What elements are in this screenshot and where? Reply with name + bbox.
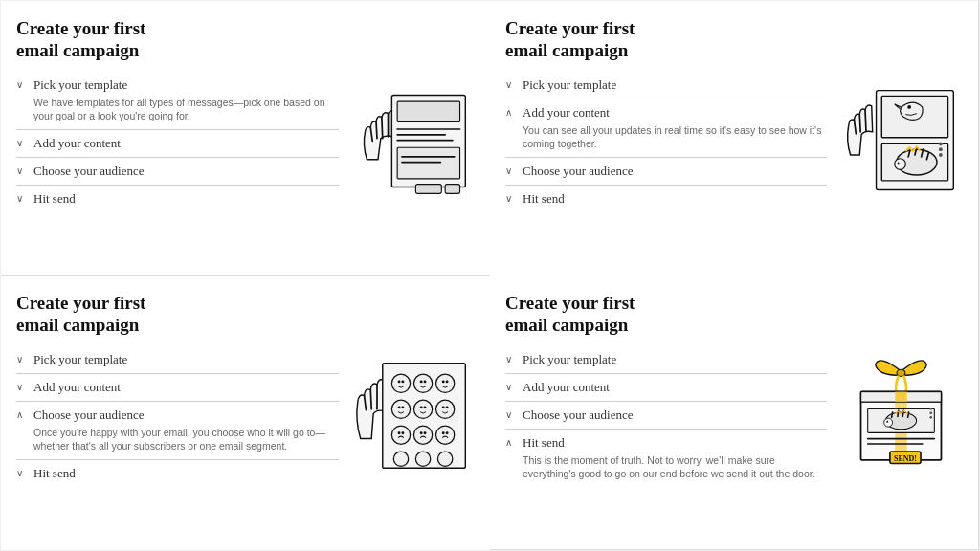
svg-point-40 bbox=[423, 380, 426, 383]
step-desc: This is the moment of truth. Not to worr… bbox=[523, 453, 827, 481]
svg-point-19 bbox=[907, 105, 911, 109]
step-label: Add your content bbox=[33, 380, 121, 395]
panel-1: Create your firstemail campaign ∨ Pick y… bbox=[1, 1, 490, 276]
svg-point-47 bbox=[413, 400, 432, 418]
svg-point-29 bbox=[938, 147, 942, 151]
panel-3-steps: ∨ Pick your template ∨ Add your content … bbox=[16, 346, 339, 487]
step-item: ∨ Add your content bbox=[16, 374, 339, 402]
step-header: ∨ Choose your audience bbox=[16, 164, 339, 179]
svg-text:SEND!: SEND! bbox=[893, 453, 916, 462]
svg-point-37 bbox=[401, 380, 404, 383]
svg-point-80 bbox=[929, 415, 932, 418]
chevron-icon: ∧ bbox=[16, 409, 28, 420]
svg-point-43 bbox=[445, 380, 448, 383]
svg-point-38 bbox=[413, 374, 432, 392]
step-label: Add your content bbox=[523, 105, 610, 121]
step-item: ∧ Choose your audience Once you're happy… bbox=[16, 402, 339, 460]
step-item: ∨ Choose your audience bbox=[505, 402, 827, 430]
step-label: Choose your audience bbox=[33, 408, 145, 423]
step-item: ∨ Hit send bbox=[16, 186, 339, 212]
panel-3: Create your firstemail campaign ∨ Pick y… bbox=[1, 276, 490, 550]
svg-point-58 bbox=[423, 431, 426, 434]
svg-point-35 bbox=[391, 374, 410, 392]
svg-point-78 bbox=[929, 408, 932, 410]
svg-point-41 bbox=[435, 374, 454, 392]
svg-point-55 bbox=[401, 431, 404, 434]
panel-3-illustration bbox=[350, 293, 475, 539]
step-item: ∨ Choose your audience bbox=[16, 158, 339, 186]
svg-point-64 bbox=[437, 452, 452, 466]
svg-line-75 bbox=[907, 411, 908, 416]
panel-4: Create your firstemail campaign ∨ Pick y… bbox=[490, 276, 979, 550]
step-header: ∨ Add your content bbox=[505, 380, 827, 395]
step-header: ∨ Add your content bbox=[16, 380, 339, 395]
step-label: Pick your template bbox=[523, 352, 616, 367]
step-label: Pick your template bbox=[33, 352, 127, 367]
panel-1-title: Create your firstemail campaign bbox=[16, 18, 339, 62]
svg-rect-9 bbox=[397, 147, 459, 179]
svg-point-44 bbox=[391, 400, 410, 418]
step-label: Hit send bbox=[33, 466, 76, 481]
svg-point-60 bbox=[441, 431, 444, 434]
step-label: Hit send bbox=[523, 435, 565, 451]
step-item: ∨ Pick your template We have templates f… bbox=[16, 72, 339, 130]
panel-2-title: Create your firstemail campaign bbox=[505, 18, 827, 62]
step-label: Choose your audience bbox=[523, 164, 634, 179]
panel-1-steps: ∨ Pick your template We have templates f… bbox=[16, 72, 339, 212]
svg-point-63 bbox=[415, 452, 430, 466]
svg-point-50 bbox=[435, 400, 454, 418]
chevron-icon: ∨ bbox=[505, 382, 517, 392]
step-item: ∧ Add your content You can see all your … bbox=[505, 99, 827, 158]
step-item: ∨ Hit send bbox=[505, 186, 827, 212]
svg-point-42 bbox=[441, 380, 444, 383]
svg-point-62 bbox=[393, 452, 408, 466]
svg-line-32 bbox=[370, 390, 371, 409]
chevron-icon: ∨ bbox=[16, 165, 28, 176]
step-header: ∧ Add your content bbox=[505, 105, 827, 121]
chevron-icon: ∨ bbox=[16, 354, 28, 364]
step-header: ∨ Choose your audience bbox=[505, 164, 827, 179]
chevron-icon: ∧ bbox=[505, 437, 517, 448]
step-header: ∨ Pick your template bbox=[16, 352, 339, 367]
chevron-icon: ∨ bbox=[505, 79, 517, 90]
step-item: ∨ Add your content bbox=[16, 130, 339, 158]
step-item: ∧ Hit send This is the moment of truth. … bbox=[505, 430, 827, 487]
panel-2-illustration bbox=[838, 18, 963, 264]
svg-point-76 bbox=[883, 418, 892, 427]
step-desc: You can see all your updates in real tim… bbox=[523, 123, 827, 151]
svg-point-30 bbox=[938, 153, 942, 157]
panel-4-illustration: SEND! bbox=[838, 293, 963, 538]
chevron-icon: ∨ bbox=[16, 193, 28, 204]
step-desc: Once you're happy with your email, you c… bbox=[33, 426, 339, 453]
step-item: ∨ Hit send bbox=[16, 460, 339, 487]
chevron-icon: ∨ bbox=[505, 354, 517, 364]
step-label: Add your content bbox=[523, 380, 610, 395]
svg-point-56 bbox=[413, 426, 432, 444]
panel-1-illustration bbox=[350, 18, 475, 263]
panel-3-title: Create your firstemail campaign bbox=[16, 293, 339, 337]
svg-point-45 bbox=[397, 406, 400, 408]
step-item: ∨ Pick your template bbox=[16, 346, 339, 374]
chevron-icon: ∨ bbox=[505, 409, 517, 420]
step-header: ∨ Add your content bbox=[16, 136, 339, 151]
step-desc: We have templates for all types of messa… bbox=[33, 96, 339, 123]
svg-point-39 bbox=[419, 380, 422, 383]
svg-point-77 bbox=[886, 420, 888, 422]
chevron-icon: ∨ bbox=[16, 79, 28, 90]
step-header: ∨ Pick your template bbox=[505, 77, 827, 93]
panel-3-content: Create your firstemail campaign ∨ Pick y… bbox=[16, 293, 339, 539]
svg-point-26 bbox=[894, 159, 905, 170]
svg-point-27 bbox=[897, 163, 899, 165]
svg-line-15 bbox=[859, 115, 860, 132]
step-header: ∨ Pick your template bbox=[16, 77, 339, 93]
chevron-icon: ∨ bbox=[16, 468, 28, 478]
svg-point-49 bbox=[423, 406, 426, 408]
step-header: ∧ Hit send bbox=[505, 435, 827, 451]
step-header: ∨ Choose your audience bbox=[505, 408, 827, 423]
step-header: ∨ Pick your template bbox=[505, 352, 827, 367]
step-label: Pick your template bbox=[33, 77, 127, 93]
step-label: Hit send bbox=[33, 191, 76, 207]
svg-rect-13 bbox=[445, 184, 459, 193]
svg-point-51 bbox=[441, 406, 444, 408]
svg-line-1 bbox=[376, 121, 377, 138]
